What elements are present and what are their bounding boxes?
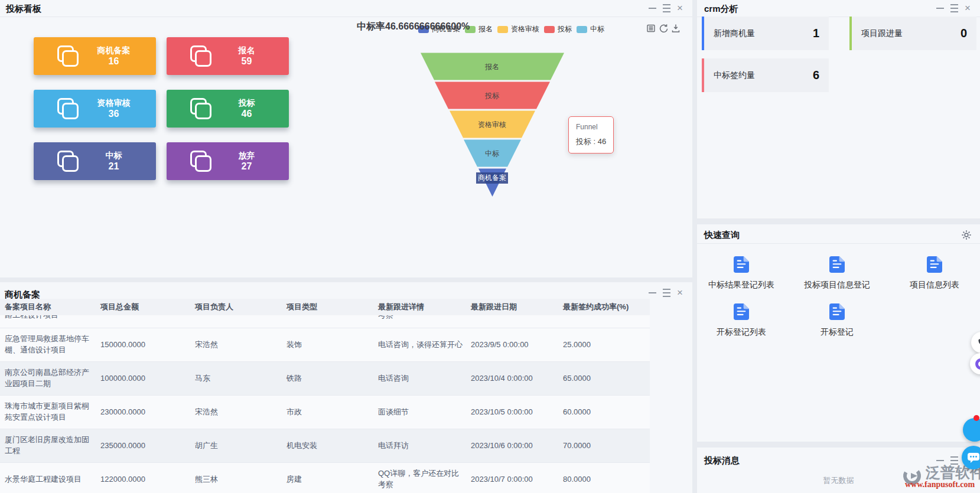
close-icon[interactable]: × — [677, 289, 683, 297]
empty-state-text: 暂无数据 — [823, 475, 854, 486]
quick-link-label: 项目信息列表 — [884, 280, 980, 290]
copy-icon — [190, 151, 211, 172]
legend-item[interactable]: 投标 — [544, 24, 572, 34]
funnel-label: 报名 — [485, 62, 499, 72]
cell-owner: 胡广生 — [195, 440, 286, 452]
cell-name: 路工程设计项目 — [5, 315, 93, 321]
menu-icon[interactable] — [950, 4, 958, 12]
download-icon[interactable] — [671, 24, 681, 33]
column-header[interactable]: 项目总金额 — [100, 302, 195, 312]
table-header: 备案项目名称 项目总金额 项目负责人 项目类型 最新跟进详情 最新跟进日期 最新… — [0, 299, 650, 315]
accent-bar — [849, 17, 852, 50]
cell-type: 房建 — [286, 474, 378, 485]
gear-icon[interactable] — [961, 230, 972, 240]
stat-card-label: 投标 — [211, 98, 282, 108]
legend-label: 报名 — [478, 24, 493, 34]
minimize-icon[interactable] — [649, 8, 656, 9]
menu-icon[interactable] — [663, 4, 670, 12]
stat-card-qualification[interactable]: 资格审核 36 — [34, 90, 156, 128]
bidding-board-panel: 投标看板 × 商机备案 16 报名 59 资格审核 36 投标 46 — [0, 0, 692, 277]
watermark: 泛普软件 www.fanpusoft.com — [903, 465, 923, 489]
column-header[interactable]: 最新签约成功率(%) — [563, 302, 650, 312]
stat-card-label: 放弃 — [211, 151, 282, 161]
cell-detail: 电话咨询，谈得还算开心 — [378, 339, 471, 351]
quick-link-label: 开标登记 — [787, 327, 887, 338]
stat-card-abandon[interactable]: 放弃 27 — [167, 142, 289, 180]
column-header[interactable]: 最新跟进日期 — [471, 302, 563, 312]
stat-card-signup[interactable]: 报名 59 — [167, 37, 289, 75]
close-icon[interactable]: × — [677, 4, 683, 12]
table-row[interactable]: 厦门区老旧房屋改造加固工程 235000.0000 胡广生 机电安装 电话拜访 … — [0, 429, 650, 463]
copy-icon — [57, 45, 79, 67]
legend-item[interactable]: 资格审核 — [497, 24, 539, 34]
table-row[interactable]: 水景华庭工程建设项目 122000.0000 熊三林 房建 QQ详聊，客户还在对… — [0, 463, 650, 493]
menu-icon[interactable] — [663, 289, 670, 297]
column-header[interactable]: 项目负责人 — [195, 302, 286, 312]
column-header[interactable]: 备案项目名称 — [5, 302, 100, 312]
tooltip-value: 投标 : 46 — [576, 136, 606, 147]
table-row-clipped[interactable]: 路工程设计项目 考察 — [0, 315, 650, 328]
data-view-icon[interactable] — [646, 24, 656, 33]
cell-type: 机电安装 — [286, 440, 378, 452]
minimize-icon[interactable] — [649, 292, 656, 293]
stat-card-opportunity[interactable]: 商机备案 16 — [34, 37, 156, 75]
stat-card-bid[interactable]: 投标 46 — [167, 90, 289, 128]
quick-link-bid-project-info[interactable]: 投标项目信息登记 — [787, 256, 887, 290]
panel-title: 快速查询 — [704, 230, 740, 241]
quick-link-project-info-list[interactable]: 项目信息列表 — [884, 256, 980, 290]
crm-card-value: 1 — [813, 27, 819, 40]
column-header[interactable]: 项目类型 — [286, 302, 378, 312]
stat-card-value: 59 — [211, 55, 282, 67]
cell-detail: 面谈细节 — [378, 407, 471, 418]
legend-item[interactable]: 中标 — [577, 24, 604, 34]
quick-link-open-bid-list[interactable]: 开标登记列表 — [691, 303, 792, 338]
page-title: 投标看板 — [6, 4, 41, 15]
close-icon[interactable]: × — [965, 4, 971, 12]
table-row[interactable]: 珠海市城市更新项目紫桐苑安置点设计项目 230000.0000 宋浩然 市政 面… — [0, 396, 650, 429]
quick-link-open-bid-register[interactable]: 开标登记 — [787, 303, 887, 338]
stat-card-value: 36 — [79, 108, 149, 119]
table-row[interactable]: 应急管理局救援基地停车棚、通信设计项目 150000.0000 宋浩然 装饰 电… — [0, 328, 650, 362]
minimize-icon[interactable] — [936, 8, 944, 9]
panel-title: 投标消息 — [704, 455, 740, 466]
stat-card-label: 资格审核 — [79, 98, 149, 108]
quick-link-win-result-list[interactable]: 中标结果登记列表 — [691, 256, 792, 290]
column-header[interactable]: 最新跟进详情 — [378, 302, 471, 312]
quick-link-label: 投标项目信息登记 — [787, 280, 887, 290]
cell-rate: 80.0000 — [563, 474, 650, 485]
document-icon — [829, 303, 845, 320]
cell-date: 2023/9/5 0:00:00 — [471, 339, 563, 351]
stat-card-value: 27 — [211, 161, 282, 172]
cell-rate: 25.0000 — [563, 339, 650, 351]
cell-date: 2023/10/4 0:00:00 — [471, 373, 563, 384]
document-icon — [734, 256, 749, 273]
legend-label: 投标 — [558, 24, 572, 34]
divider — [697, 243, 980, 244]
stat-card-label: 报名 — [211, 45, 282, 55]
cell-owner: 宋浩然 — [195, 339, 286, 351]
table-row[interactable]: 南京公司南昌总部经济产业园项目二期 100000.0000 马东 铁路 电话咨询… — [0, 362, 650, 396]
crm-card-label: 项目跟进量 — [861, 28, 903, 39]
cell-date: 2023/10/6 0:00:00 — [471, 440, 563, 452]
minimize-icon[interactable] — [936, 460, 944, 461]
cell-amount: 230000.0000 — [100, 407, 195, 418]
window-controls: × — [649, 4, 683, 12]
funnel-label: 投标 — [485, 91, 499, 101]
cell-name: 珠海市城市更新项目紫桐苑安置点设计项目 — [5, 401, 100, 423]
cell-amount: 122000.0000 — [100, 474, 195, 485]
crm-card-followups: 项目跟进量 0 — [849, 17, 976, 50]
cell-name: 应急管理局救援基地停车棚、通信设计项目 — [5, 334, 100, 356]
copy-icon — [57, 151, 79, 172]
copy-icon — [190, 45, 211, 67]
accent-bar — [702, 17, 704, 50]
cell-owner: 宋浩然 — [195, 407, 286, 418]
cell-detail: 电话拜访 — [378, 440, 471, 452]
refresh-icon[interactable] — [659, 24, 668, 33]
stat-card-win[interactable]: 中标 21 — [34, 142, 156, 180]
cell-name: 厦门区老旧房屋改造加固工程 — [5, 435, 100, 457]
copy-icon — [57, 98, 79, 119]
window-controls: × — [936, 4, 971, 12]
cell-owner: 马东 — [195, 373, 286, 384]
stat-card-label: 商机备案 — [79, 45, 149, 55]
notification-badge — [974, 415, 979, 421]
